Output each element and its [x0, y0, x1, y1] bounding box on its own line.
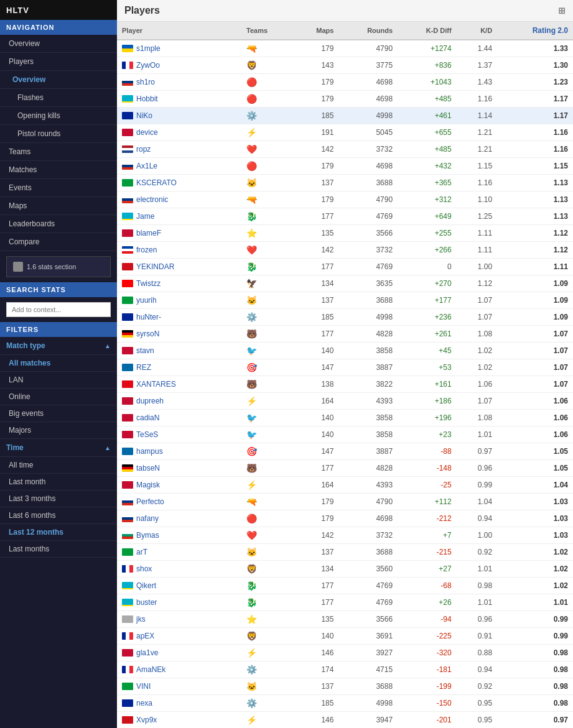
player-kd: 1.00 [457, 527, 497, 544]
sidebar-item-overview[interactable]: Overview [0, 35, 117, 53]
filter-last-6-months[interactable]: Last 6 months [0, 507, 117, 524]
table-row: s1mple 🔫 179 4790 +1274 1.44 1.33 [117, 40, 573, 57]
player-rating: 1.23 [497, 74, 573, 91]
player-link[interactable]: nafany [136, 514, 159, 523]
player-name-cell: XANTARES [117, 376, 241, 393]
player-link[interactable]: Ax1Le [136, 162, 157, 170]
player-link[interactable]: syrsoN [136, 329, 159, 338]
player-team: 🐱 [241, 292, 293, 309]
table-row: nafany 🔴 179 4698 -212 0.94 1.03 [117, 510, 573, 527]
player-kd-diff: -25 [398, 477, 457, 494]
player-link[interactable]: s1mple [136, 44, 161, 53]
player-kd-diff: +261 [398, 326, 457, 343]
sidebar-item-maps[interactable]: Maps [0, 197, 117, 215]
col-kd[interactable]: K/D [457, 22, 497, 40]
filter-last-12-months[interactable]: Last 12 months [0, 524, 117, 541]
search-input[interactable] [6, 302, 111, 317]
sidebar-item-players-overview[interactable]: Overview [0, 71, 117, 89]
filter-majors[interactable]: Majors [0, 422, 117, 439]
filter-big-events[interactable]: Big events [0, 405, 117, 422]
sidebar-item-opening-kills[interactable]: Opening kills [0, 107, 117, 125]
player-kd: 0.99 [457, 477, 497, 494]
player-link[interactable]: stavn [136, 346, 154, 355]
player-maps: 147 [293, 443, 338, 460]
player-link[interactable]: jks [136, 615, 146, 624]
filter-all-matches[interactable]: All matches [0, 355, 117, 372]
player-link[interactable]: dupreeh [136, 397, 164, 405]
player-link[interactable]: hampus [136, 447, 163, 456]
player-link[interactable]: REZ [136, 363, 151, 372]
player-link[interactable]: ropz [136, 145, 151, 154]
filter-last-3-months[interactable]: Last 3 months [0, 491, 117, 507]
filter-all-time[interactable]: All time [0, 457, 117, 474]
player-flag [122, 481, 133, 489]
player-link[interactable]: buster [136, 598, 157, 607]
player-link[interactable]: device [136, 128, 158, 137]
player-link[interactable]: Twistzz [136, 279, 161, 288]
player-maps: 134 [293, 275, 338, 292]
player-link[interactable]: XANTARES [136, 380, 176, 389]
player-link[interactable]: AmaNEk [136, 665, 165, 674]
player-link[interactable]: TeSeS [136, 430, 158, 439]
player-link[interactable]: Hobbit [136, 94, 158, 103]
col-rounds[interactable]: Rounds [338, 22, 398, 40]
filter-online[interactable]: Online [0, 389, 117, 405]
player-link[interactable]: Jame [136, 212, 154, 221]
player-link[interactable]: YEKINDAR [136, 262, 174, 271]
time-filter-header[interactable]: Time ▲ [0, 439, 117, 457]
sidebar-item-leaderboards[interactable]: Leaderboards [0, 215, 117, 233]
col-maps[interactable]: Maps [293, 22, 338, 40]
sidebar-item-events[interactable]: Events [0, 179, 117, 197]
table-row: jks ⭐ 135 3566 -94 0.96 0.99 [117, 611, 573, 628]
player-rating: 1.09 [497, 275, 573, 292]
player-kd-diff: -150 [398, 695, 457, 712]
player-kd: 0.88 [457, 645, 497, 661]
col-teams[interactable]: Teams [241, 22, 293, 40]
player-link[interactable]: Qikert [136, 581, 156, 590]
player-link[interactable]: cadiaN [136, 413, 159, 422]
col-kd-diff[interactable]: K-D Diff [398, 22, 457, 40]
player-link[interactable]: Perfecto [136, 497, 164, 506]
player-link[interactable]: nexa [136, 699, 152, 707]
player-link[interactable]: blameF [136, 229, 161, 237]
grid-view-icon[interactable]: ⊞ [558, 6, 566, 16]
col-rating[interactable]: Rating 2.0 [497, 22, 573, 40]
player-link[interactable]: sh1ro [136, 78, 155, 86]
player-link[interactable]: yuurih [136, 296, 157, 305]
player-link[interactable]: arT [136, 548, 147, 556]
player-rounds: 4698 [338, 91, 398, 108]
sidebar-item-flashes[interactable]: Flashes [0, 89, 117, 107]
match-type-filter-header[interactable]: Match type ▲ [0, 337, 117, 355]
player-kd: 1.14 [457, 108, 497, 124]
player-link[interactable]: tabseN [136, 464, 160, 472]
player-flag [122, 62, 133, 69]
player-link[interactable]: ZywOo [136, 61, 160, 70]
player-link[interactable]: huNter- [136, 313, 161, 321]
player-team: 🐦 [241, 426, 293, 443]
sidebar-item-teams[interactable]: Teams [0, 143, 117, 161]
player-name-cell: nexa [117, 695, 241, 712]
player-link[interactable]: apEX [136, 632, 154, 640]
player-link[interactable]: frozen [136, 246, 157, 254]
filter-lan[interactable]: LAN [0, 372, 117, 389]
sidebar-item-matches[interactable]: Matches [0, 161, 117, 179]
player-link[interactable]: Xvp9x [136, 716, 157, 724]
sidebar-item-players[interactable]: Players [0, 53, 117, 71]
filter-last-month[interactable]: Last month [0, 474, 117, 491]
player-link[interactable]: electronic [136, 195, 168, 204]
player-kd: 1.15 [457, 158, 497, 175]
filter-last-months[interactable]: Last months [0, 541, 117, 558]
sidebar-item-compare[interactable]: Compare [0, 233, 117, 251]
cs16-button[interactable]: 1.6 stats section [6, 256, 111, 277]
player-link[interactable]: Bymas [136, 531, 159, 540]
navigation-title: NAVIGATION [0, 20, 117, 35]
player-link[interactable]: shox [136, 564, 152, 573]
player-link[interactable]: KSCERATO [136, 178, 177, 187]
player-rounds: 4998 [338, 108, 398, 124]
player-link[interactable]: gla1ve [136, 648, 158, 657]
player-link[interactable]: NiKo [136, 111, 152, 120]
player-link[interactable]: Magisk [136, 481, 160, 489]
player-link[interactable]: VINI [136, 682, 151, 691]
col-player[interactable]: Player [117, 22, 241, 40]
sidebar-item-pistol-rounds[interactable]: Pistol rounds [0, 125, 117, 143]
